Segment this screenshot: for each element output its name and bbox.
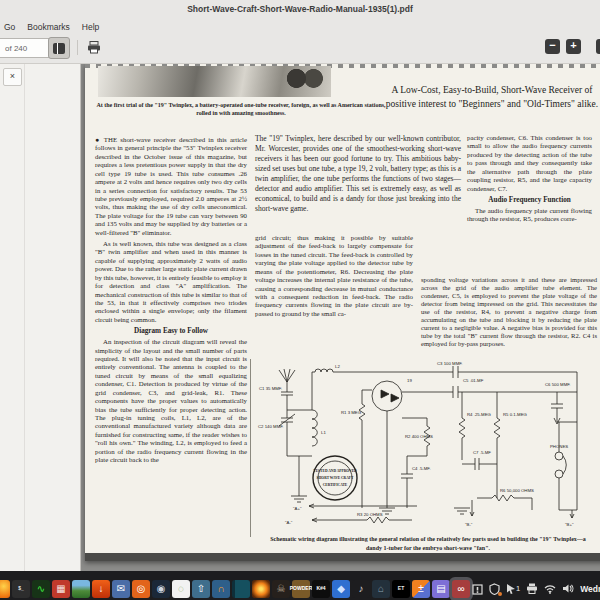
- security-alert-dot: [498, 592, 502, 596]
- seal-line-2: SHORT WAVE CRAFT: [317, 476, 354, 480]
- label-c4: C4 .5-MF.: [412, 466, 431, 471]
- label-c5: C5 .01-MF: [463, 378, 484, 383]
- column-rule: [250, 359, 251, 537]
- label-c3: C3 100 MMF.: [437, 361, 463, 366]
- label-l2: L2: [335, 364, 340, 369]
- et-game-icon[interactable]: ET: [392, 580, 410, 598]
- col2-paragraph: grid circuit; thus making it possible by…: [255, 234, 413, 318]
- label-r2: R2 400 OHMS: [405, 434, 433, 439]
- music-note-icon[interactable]: ♪: [352, 580, 370, 598]
- col3-paragraph-1: pacity condenser, C6. This condenser is …: [467, 134, 592, 193]
- taskbar-clock[interactable]: Wednes: [580, 584, 600, 594]
- volume-icon[interactable]: [562, 583, 574, 594]
- pdf-page: At the first trial of the "19" Twinplex,…: [85, 64, 600, 561]
- system-tray: 1 Wednes: [472, 583, 600, 595]
- page-bottom-shadow: [85, 553, 600, 561]
- menubar: Go Bookmarks Help: [0, 19, 600, 36]
- taskbar: $_∿▦↓✉◎◉◌⇧∩☠POWDERK#4◆♪⌂ET±▤∞ 1 Wednes: [0, 571, 600, 600]
- security-shield-icon[interactable]: [489, 583, 500, 595]
- seal-line-1: TESTED AND APPROVED: [313, 469, 357, 473]
- sidebar-divider: [24, 64, 25, 571]
- col1-subheading: Diagram Easy to Follow: [95, 327, 247, 336]
- creature-game-icon[interactable]: ☠: [272, 580, 290, 598]
- col1-paragraph-1: ● THE short-wave receiver described in t…: [95, 136, 247, 237]
- boat-app-icon[interactable]: ⌂: [372, 580, 390, 598]
- col3-paragraph-2a: The audio frequency plate current flowin…: [467, 207, 592, 224]
- article-photo: [98, 66, 331, 97]
- zoom-in-button[interactable]: +: [566, 39, 581, 54]
- taskbar-icons: $_∿▦↓✉◎◉◌⇧∩☠POWDERK#4◆♪⌂ET±▤∞: [0, 580, 470, 598]
- viewer-content: × At the first trial of the "19" Twinple…: [0, 63, 600, 571]
- firefox-icon[interactable]: [0, 580, 10, 598]
- label-phones: PHONES: [550, 444, 568, 449]
- terrain-game-icon[interactable]: [72, 580, 90, 598]
- label-r6: R6 50,000 OHMS: [500, 488, 534, 493]
- col3-subheading: Audio Frequency Function: [467, 196, 592, 205]
- steam-icon[interactable]: ◉: [152, 580, 170, 598]
- label-r3: R3 20 OHMS: [357, 512, 383, 517]
- audio-app-icon[interactable]: ∩: [212, 580, 230, 598]
- system-monitor-icon[interactable]: ∿: [32, 580, 50, 598]
- label-r1: R1 3 MEG: [341, 410, 362, 415]
- sidebar-panes-icon: [53, 43, 65, 54]
- game-red-icon[interactable]: ▦: [52, 580, 70, 598]
- document-area[interactable]: At the first trial of the "19" Twinplex,…: [81, 64, 600, 571]
- column-2: grid circuit; thus making it possible by…: [255, 234, 413, 321]
- column-3-wide: sponding voltage variations across it an…: [421, 276, 597, 351]
- calculator-icon[interactable]: ±: [412, 580, 430, 598]
- photo-caption: At the first trial of the "19" Twinplex,…: [91, 101, 391, 118]
- writer-icon[interactable]: ▤: [432, 580, 450, 598]
- package-update-icon[interactable]: [472, 583, 483, 595]
- sidebar-toggle-button[interactable]: [48, 37, 70, 59]
- col1-paragraph-2: As is well known, this tube was designed…: [95, 240, 247, 324]
- diagram-caption: Schematic wiring diagram illustrating th…: [263, 535, 593, 552]
- zoom-out-button[interactable]: −: [545, 39, 560, 54]
- wifi-icon[interactable]: [544, 584, 556, 594]
- thumbnails-sidebar: ×: [0, 64, 81, 571]
- label-c1: C1 35 MMF.: [259, 386, 282, 391]
- article-headline: A Low-Cost, Easy-to-Build, Short-Wave Re…: [385, 84, 599, 112]
- window-app-icon[interactable]: [232, 580, 250, 598]
- col1-paragraph-3: An inspection of the circuit diagram wil…: [95, 338, 247, 464]
- label-r5: R5 0.1-MEG: [503, 412, 528, 417]
- notification-count: 1: [516, 584, 520, 593]
- app-store-icon[interactable]: ◌: [172, 580, 190, 598]
- label-r4: R4 .25-MEG: [467, 412, 492, 417]
- terminal-icon[interactable]: $_: [12, 580, 30, 598]
- label-a-plus: "A+": [293, 506, 302, 511]
- intro-paragraph: The "19" Twinplex, here described by our…: [255, 134, 461, 214]
- print-button[interactable]: [85, 39, 103, 55]
- upload-app-icon[interactable]: ⇧: [192, 580, 210, 598]
- k4-game-icon[interactable]: K#4: [312, 580, 330, 598]
- notification-cursor-icon[interactable]: 1: [506, 583, 520, 594]
- mail-icon[interactable]: ✉: [112, 580, 130, 598]
- label-c7: C7 .5-MF: [473, 450, 491, 455]
- label-a-minus: "A-": [285, 520, 293, 525]
- toolbar-separator: [77, 40, 78, 55]
- sidebar-close-button[interactable]: ×: [3, 68, 22, 86]
- document-viewer-icon[interactable]: ∞: [452, 580, 470, 598]
- menu-go[interactable]: Go: [4, 22, 15, 32]
- menu-help[interactable]: Help: [82, 22, 99, 32]
- column-3-narrow: pacity condenser, C6. This condenser is …: [467, 134, 592, 227]
- label-b-minus: "B-": [465, 522, 473, 527]
- menu-bookmarks[interactable]: Bookmarks: [27, 22, 70, 32]
- powder-game-icon[interactable]: POWDER: [292, 580, 310, 598]
- col3-paragraph-2b: sponding voltage variations across it an…: [421, 276, 597, 348]
- window-title: Short-Wave-Craft-Short-Wave-Radio-Manual…: [0, 0, 600, 19]
- printer-icon[interactable]: [526, 583, 538, 594]
- seal-line-3: CERTIFICATE: [323, 483, 348, 487]
- label-c6: C6 500 MMF.: [545, 382, 571, 387]
- toolbar: − +: [0, 36, 600, 63]
- column-1: ● THE short-wave receiver described in t…: [95, 136, 247, 468]
- cube-game-icon[interactable]: ◆: [332, 580, 350, 598]
- explosion-game-icon[interactable]: [252, 580, 270, 598]
- printer-icon: [87, 41, 101, 54]
- label-l1: L1: [321, 430, 326, 435]
- label-b-plus: "B+": [565, 522, 574, 527]
- video-download-icon[interactable]: ↓: [92, 580, 110, 598]
- toolbar-clipped-button[interactable]: [596, 39, 600, 54]
- target-app-icon[interactable]: ◎: [132, 580, 150, 598]
- schematic-diagram: C1 35 MMF. C2 140 MMF. L1 L2 C3 100 MMF.…: [257, 360, 593, 532]
- label-c2: C2 140 MMF.: [258, 424, 284, 429]
